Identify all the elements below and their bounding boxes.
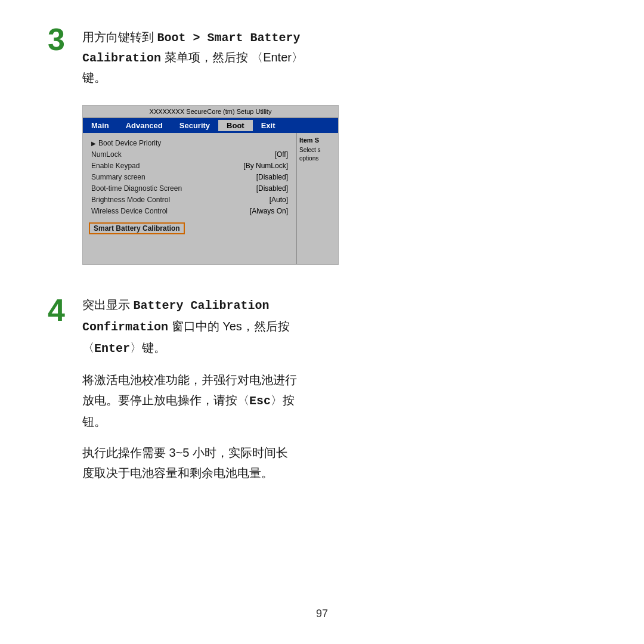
step4-main-text: 突出显示 Battery CalibrationConfirmation 窗口中…: [82, 295, 596, 359]
step3-block: 3 用方向键转到 Boot > Smart BatteryCalibration…: [48, 24, 596, 87]
step4-para1: 将激活电池校准功能，并强行对电池进行放电。要停止放电操作，请按〈Esc〉按钮。: [82, 370, 596, 432]
bios-menu-exit[interactable]: Exit: [253, 120, 284, 131]
bios-menu-advanced[interactable]: Advanced: [117, 120, 171, 131]
step4-body: 突出显示 Battery CalibrationConfirmation 窗口中…: [82, 295, 596, 494]
step3-number: 3: [48, 24, 72, 55]
bios-menu-boot[interactable]: Boot: [218, 120, 253, 131]
bios-highlighted-wrapper: Smart Battery Calibration: [89, 220, 290, 237]
bios-item-summary: Summary screen [Disabled]: [89, 172, 290, 182]
bios-smart-battery-item: Smart Battery Calibration: [89, 222, 185, 234]
bios-title: XXXXXXXX SecureCore (tm) Setup Utility: [83, 106, 338, 118]
bios-side-title: Item S: [299, 137, 336, 144]
bios-item-keypad: Enable Keypad [By NumLock]: [89, 160, 290, 171]
step3-text-prefix: 用方向键转到 Boot > Smart BatteryCalibration 菜…: [82, 30, 304, 84]
step4-block: 4 突出显示 Battery CalibrationConfirmation 窗…: [48, 295, 596, 494]
bios-menu-bar: Main Advanced Security Boot Exit: [83, 118, 338, 133]
bios-item-boot-device: Boot Device Priority: [89, 138, 290, 148]
step3-mono-path: Boot > Smart BatteryCalibration: [82, 31, 301, 65]
step3-text: 用方向键转到 Boot > Smart BatteryCalibration 菜…: [82, 24, 304, 87]
bios-item-numlock: NumLock [Off]: [89, 149, 290, 160]
bios-side-panel: Item S Select soptions: [296, 133, 338, 264]
bios-item-boottime: Boot-time Diagnostic Screen [Disabled]: [89, 183, 290, 194]
bios-main-panel: Boot Device Priority NumLock [Off] Enabl…: [83, 133, 296, 264]
bios-menu-security[interactable]: Security: [171, 120, 218, 131]
step4-number: 4: [48, 295, 72, 326]
step4-para2: 执行此操作需要 3~5 小时，实际时间长度取决于电池容量和剩余电池电量。: [82, 442, 596, 483]
bios-item-wireless: Wireless Device Control [Always On]: [89, 206, 290, 216]
bios-item-brightness: Brightness Mode Control [Auto]: [89, 194, 290, 205]
bios-screenshot: XXXXXXXX SecureCore (tm) Setup Utility M…: [82, 105, 339, 265]
step4-mono2: Enter: [94, 342, 130, 355]
page-number: 97: [316, 608, 328, 620]
bios-side-text: Select soptions: [299, 146, 336, 163]
esc-key: Esc: [249, 394, 271, 408]
bios-menu-main[interactable]: Main: [83, 120, 117, 131]
step4-mono1: Battery CalibrationConfirmation: [82, 299, 270, 334]
bios-body: Boot Device Priority NumLock [Off] Enabl…: [83, 133, 338, 264]
